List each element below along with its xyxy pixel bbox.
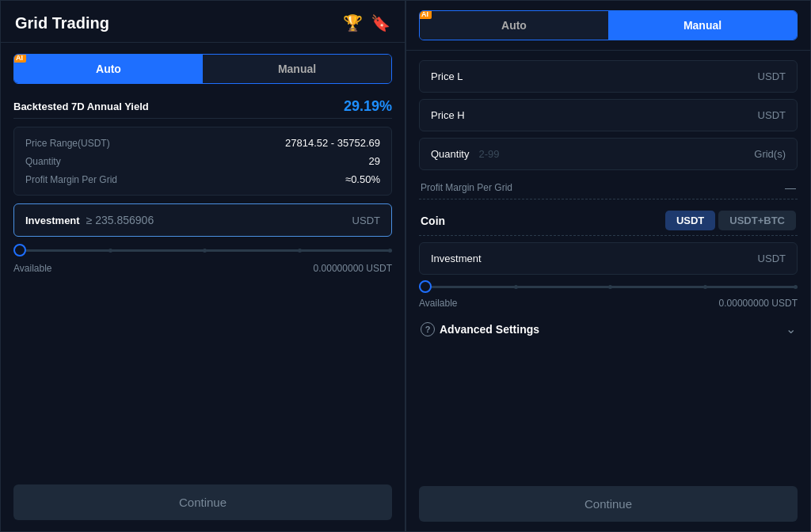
slider-track-left [13, 249, 392, 252]
price-range-row: Price Range(USDT) 27814.52 - 35752.69 [25, 137, 380, 149]
investment-label-right: Investment [431, 253, 482, 264]
coin-row: Coin USDT USDT+BTC [419, 206, 798, 236]
left-panel: Grid Trading 🏆 🔖 AI Auto Manual Backtest… [0, 0, 406, 532]
profit-margin-info-value: ≈0.50% [345, 173, 380, 185]
slider-dot-1 [109, 249, 112, 253]
chevron-down-icon: ⌄ [786, 321, 796, 336]
price-l-label: Price L [431, 70, 463, 82]
quantity-info-label: Quantity [25, 156, 61, 167]
slider-dot-r4 [794, 285, 798, 289]
spacer-right [419, 349, 798, 480]
price-l-row[interactable]: Price L USDT [419, 60, 798, 93]
profit-margin-info-label: Profit Margin Per Grid [25, 174, 117, 185]
coin-label: Coin [421, 215, 445, 227]
slider-thumb-right[interactable] [419, 280, 432, 293]
question-icon: ? [421, 322, 435, 336]
price-h-row[interactable]: Price H USDT [419, 99, 798, 131]
investment-row-right[interactable]: Investment USDT [419, 242, 798, 275]
profit-margin-label-right: Profit Margin Per Grid [421, 182, 512, 193]
continue-button-left[interactable]: Continue [13, 484, 392, 520]
left-header: Grid Trading 🏆 🔖 [1, 1, 405, 43]
right-panel: AI Auto Manual Price L USDT Price H USDT… [406, 0, 811, 532]
slider-dot-2 [203, 249, 207, 253]
advanced-text: Advanced Settings [440, 323, 539, 336]
slider-dot-r3 [703, 285, 707, 289]
price-range-value: 27814.52 - 35752.69 [285, 137, 380, 149]
info-block: Price Range(USDT) 27814.52 - 35752.69 Qu… [13, 127, 392, 196]
header-icons: 🏆 🔖 [343, 13, 390, 32]
quantity-currency-right: Grid(s) [754, 148, 786, 160]
yield-label: Backtested 7D Annual Yield [13, 101, 149, 112]
yield-row: Backtested 7D Annual Yield 29.19% [13, 92, 392, 119]
spacer-left [13, 282, 392, 477]
investment-slider-right[interactable] [419, 281, 798, 291]
coin-usdt-button[interactable]: USDT [665, 211, 715, 230]
ai-badge-right: AI [419, 10, 432, 19]
investment-left: Investment ≥ 235.856906 [25, 214, 154, 226]
price-range-label: Price Range(USDT) [25, 138, 110, 149]
slider-dot-4 [388, 249, 392, 253]
ai-badge-left: AI [13, 54, 26, 63]
investment-slider-left[interactable] [13, 245, 392, 255]
manual-mode-button[interactable]: Manual [203, 55, 391, 83]
advanced-settings-row[interactable]: ? Advanced Settings ⌄ [419, 315, 798, 343]
continue-button-right[interactable]: Continue [419, 486, 798, 522]
investment-currency-left: USDT [352, 215, 380, 226]
price-l-currency: USDT [758, 70, 786, 82]
left-body: AI Auto Manual Backtested 7D Annual Yiel… [1, 43, 405, 531]
manual-mode-button-right[interactable]: Manual [608, 11, 797, 40]
right-body: Price L USDT Price H USDT Quantity 2-99 … [406, 51, 810, 531]
investment-label: Investment [25, 215, 80, 226]
slider-dot-r2 [608, 285, 612, 289]
quantity-info-value: 29 [369, 155, 380, 167]
auto-mode-button[interactable]: Auto [14, 55, 203, 83]
yield-value: 29.19% [344, 98, 392, 115]
profit-margin-row-right: Profit Margin Per Grid — [419, 177, 798, 200]
coin-usdt-btc-button[interactable]: USDT+BTC [718, 211, 796, 230]
quantity-row-right[interactable]: Quantity 2-99 Grid(s) [419, 138, 798, 170]
slider-dot-r1 [514, 285, 518, 289]
slider-thumb-left[interactable] [13, 244, 26, 256]
auto-mode-button-right[interactable]: Auto [420, 11, 608, 40]
available-row-right: Available 0.00000000 USDT [419, 298, 798, 309]
slider-dot-3 [298, 249, 302, 253]
quantity-left: Quantity 2-99 [431, 148, 499, 160]
available-value-left: 0.00000000 USDT [314, 263, 392, 274]
bookmark-icon[interactable]: 🔖 [371, 13, 390, 32]
slider-track-right [419, 286, 798, 288]
quantity-range: 2-99 [478, 148, 499, 160]
price-h-label: Price H [431, 109, 465, 121]
investment-box[interactable]: Investment ≥ 235.856906 USDT [13, 203, 392, 237]
available-value-right: 0.00000000 USDT [719, 298, 798, 309]
left-mode-toggle: AI Auto Manual [13, 54, 392, 84]
available-row-left: Available 0.00000000 USDT [13, 263, 392, 274]
coin-buttons: USDT USDT+BTC [665, 211, 796, 230]
profit-margin-info-row: Profit Margin Per Grid ≈0.50% [25, 173, 380, 185]
available-label-right: Available [419, 298, 457, 309]
investment-value: ≥ 235.856906 [86, 214, 154, 226]
right-mode-toggle: AI Auto Manual [419, 10, 798, 40]
right-header: AI Auto Manual [406, 1, 810, 51]
price-h-currency: USDT [758, 109, 786, 121]
investment-currency-right: USDT [758, 253, 786, 264]
quantity-info-row: Quantity 29 [25, 155, 380, 167]
advanced-label: ? Advanced Settings [421, 322, 539, 336]
trophy-icon[interactable]: 🏆 [343, 13, 363, 32]
profit-margin-dash: — [785, 181, 796, 194]
page-title: Grid Trading [15, 14, 109, 32]
quantity-label-right: Quantity [431, 148, 469, 160]
available-label-left: Available [13, 263, 51, 274]
